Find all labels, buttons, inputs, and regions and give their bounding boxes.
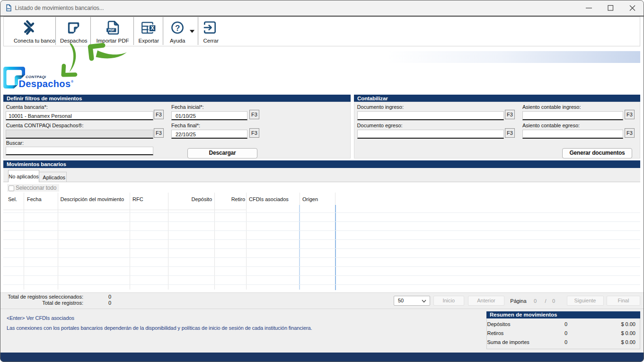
svg-text:?: ? (175, 24, 180, 33)
svg-text:PDF: PDF (108, 28, 115, 32)
svg-text:X: X (150, 25, 154, 31)
